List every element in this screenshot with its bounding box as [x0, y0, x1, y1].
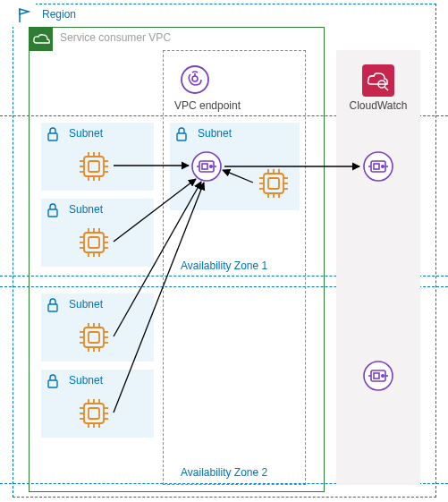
svg-rect-58	[84, 404, 104, 423]
svg-rect-27	[89, 237, 99, 248]
svg-rect-42	[84, 328, 104, 347]
svg-point-88	[192, 152, 221, 181]
svg-rect-43	[89, 332, 99, 343]
svg-rect-75	[268, 178, 279, 189]
cloudwatch-label: CloudWatch	[336, 99, 420, 112]
svg-point-3	[182, 66, 208, 93]
svg-rect-24	[42, 200, 63, 221]
subnet-a-label: Subnet	[69, 127, 103, 140]
svg-point-103	[382, 375, 384, 377]
svg-rect-26	[84, 233, 104, 252]
svg-rect-56	[42, 370, 63, 392]
cloudwatch-icon	[362, 64, 394, 97]
subnet-d-label: Subnet	[69, 374, 103, 387]
svg-rect-8	[42, 123, 63, 145]
subnet-lock-icon	[42, 370, 63, 392]
region-flag-icon	[13, 4, 36, 27]
instance-icon	[76, 149, 112, 184]
svg-point-94	[364, 152, 393, 181]
svg-point-97	[382, 166, 384, 167]
subnet-c: Subnet	[41, 294, 154, 362]
az1-label: Availability Zone 1	[181, 260, 267, 272]
subnet-b-label: Subnet	[69, 203, 103, 216]
svg-rect-72	[171, 123, 192, 145]
svg-rect-5	[362, 64, 394, 97]
svg-rect-11	[89, 161, 99, 172]
svg-rect-2	[30, 28, 53, 51]
az2-label: Availability Zone 2	[181, 466, 267, 479]
eni-icon	[190, 150, 223, 183]
svg-rect-40	[42, 294, 63, 316]
cloudwatch-container	[336, 50, 420, 485]
subnet-lock-icon	[42, 200, 63, 221]
svg-rect-10	[84, 157, 104, 176]
subnet-b: Subnet	[41, 199, 154, 267]
svg-point-100	[364, 362, 393, 390]
instance-icon	[256, 166, 292, 201]
svg-rect-0	[13, 4, 36, 27]
subnet-d: Subnet	[41, 370, 154, 438]
vpc-cloud-icon	[30, 28, 53, 51]
vpc-endpoint-label: VPC endpoint	[165, 99, 250, 112]
svg-rect-59	[89, 408, 99, 419]
instance-icon	[76, 396, 112, 431]
instance-icon	[76, 319, 112, 355]
instance-icon	[76, 225, 112, 260]
subnet-e-label: Subnet	[198, 127, 232, 140]
eni-icon	[362, 150, 394, 183]
region-label: Region	[42, 8, 76, 21]
subnet-lock-icon	[42, 123, 63, 145]
eni-icon	[362, 360, 394, 392]
svg-point-91	[210, 166, 212, 167]
subnet-lock-icon	[171, 123, 192, 145]
subnet-c-label: Subnet	[69, 298, 103, 311]
vpc-endpoint-icon	[180, 64, 210, 95]
subnet-e: Subnet	[170, 123, 300, 210]
subnet-lock-icon	[42, 294, 63, 316]
subnet-a: Subnet	[41, 123, 154, 191]
vpc-label: Service consumer VPC	[60, 31, 171, 44]
svg-rect-74	[264, 174, 283, 193]
diagram-canvas: Region Service consumer VPC VPC endpoint…	[0, 0, 448, 502]
